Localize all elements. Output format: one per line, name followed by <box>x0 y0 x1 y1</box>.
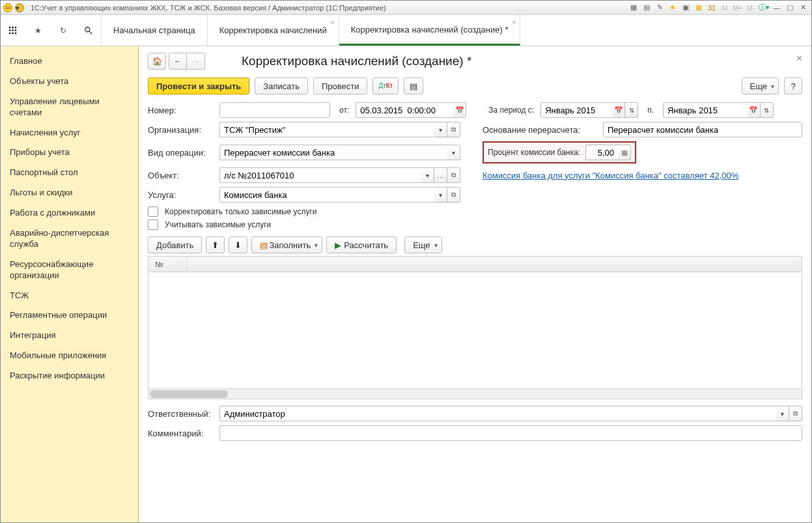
dropdown-icon[interactable]: ▾ <box>776 406 789 421</box>
sidebar-item-resources[interactable]: Ресурсоснабжающие организации <box>1 255 138 286</box>
from-label: от: <box>339 106 349 115</box>
table: № <box>148 256 802 399</box>
stepper-icon[interactable]: ⇅ <box>625 102 638 118</box>
dropdown-icon[interactable]: ▾ <box>434 187 447 203</box>
move-up-button[interactable]: ⬆ <box>206 236 225 253</box>
percent-input[interactable] <box>585 145 618 160</box>
dropdown-icon[interactable]: ▾ <box>421 167 434 183</box>
open-icon[interactable]: ⧉ <box>447 187 460 203</box>
tb-calendar-icon[interactable]: 31 <box>706 3 718 13</box>
tb-tool-3[interactable]: ✎ <box>654 3 665 13</box>
account-dep-checkbox[interactable] <box>148 219 158 230</box>
sidebar-item-mobile[interactable]: Мобильные приложения <box>1 346 138 366</box>
calculate-button[interactable]: ▶Рассчитать <box>326 236 397 253</box>
period-to-input[interactable] <box>663 102 748 118</box>
dropdown-icon[interactable]: ▾ <box>15 3 24 12</box>
correct-dep-checkbox[interactable] <box>148 206 158 217</box>
star-icon[interactable]: ★ <box>32 24 45 37</box>
more-button[interactable]: Еще <box>742 78 779 94</box>
back-button[interactable]: ← <box>169 53 187 70</box>
sidebar-item-disclosure[interactable]: Раскрытие информации <box>1 366 138 386</box>
move-down-button[interactable]: ⬇ <box>229 236 247 253</box>
col-number[interactable]: № <box>148 257 188 272</box>
post-button[interactable]: Провести <box>313 78 368 94</box>
post-and-close-button[interactable]: Провести и закрыть <box>148 78 249 94</box>
dropdown-icon[interactable]: ▾ <box>434 122 447 137</box>
sidebar-item-passport[interactable]: Паспортный стол <box>1 163 138 183</box>
responsible-label: Ответственный: <box>148 409 213 419</box>
sidebar-item-accounts[interactable]: Управление лицевыми счетами <box>1 92 138 123</box>
org-input[interactable] <box>219 122 434 137</box>
sidebar-item-objects[interactable]: Объекты учета <box>1 72 138 92</box>
tb-tool-1[interactable]: ▦ <box>628 3 639 13</box>
calendar-icon[interactable]: 📅 <box>612 102 625 118</box>
org-label: Организация: <box>148 125 213 135</box>
fill-button[interactable]: ▤Заполнить <box>251 236 322 253</box>
sidebar-item-tsj[interactable]: ТСЖ <box>1 286 138 306</box>
svg-rect-6 <box>9 32 11 34</box>
topbar: ★ ↻ Начальная страница Корректировка нач… <box>1 15 811 46</box>
maximize-button[interactable]: ▢ <box>784 3 796 13</box>
comment-input[interactable] <box>219 425 802 441</box>
apps-icon[interactable] <box>7 24 20 37</box>
sidebar-item-main[interactable]: Главное <box>1 51 138 72</box>
ellipsis-icon[interactable]: … <box>434 167 447 183</box>
table-more-button[interactable]: Еще <box>404 236 441 253</box>
stepper-icon[interactable]: ⇅ <box>761 102 774 118</box>
tb-tool-2[interactable]: ▤ <box>641 3 652 13</box>
tb-star-icon[interactable]: ★ <box>667 3 679 13</box>
date-input[interactable] <box>356 102 453 118</box>
commission-link[interactable]: Комиссия банка для услуги "Комиссия банк… <box>483 171 738 180</box>
sidebar-item-emergency[interactable]: Аварийно-диспетчерская служба <box>1 223 138 255</box>
tab-close-icon[interactable]: × <box>331 19 335 26</box>
table-body[interactable] <box>148 272 802 388</box>
write-button[interactable]: Записать <box>255 78 308 94</box>
search-icon[interactable] <box>82 24 95 37</box>
tab-home[interactable]: Начальная страница <box>102 15 208 46</box>
tab-close-icon[interactable]: × <box>512 19 516 26</box>
open-icon[interactable]: ⧉ <box>789 406 802 421</box>
forward-button[interactable]: → <box>187 53 205 70</box>
tb-calc-icon[interactable]: ▦ <box>693 3 705 13</box>
tab-correction[interactable]: Корректировка начислений× <box>208 15 339 46</box>
sidebar-item-routine[interactable]: Регламентные операции <box>1 305 138 326</box>
tb-mplus[interactable]: M+ <box>732 3 744 13</box>
percent-highlight: Процент комиссии банка: ▦ <box>483 141 636 163</box>
sidebar-item-integration[interactable]: Интеграция <box>1 326 138 346</box>
tb-mminus[interactable]: M- <box>745 3 757 13</box>
calendar-icon[interactable]: 📅 <box>748 102 761 118</box>
optype-input[interactable] <box>219 145 447 160</box>
calc-icon[interactable]: ▦ <box>618 145 631 160</box>
responsible-input[interactable] <box>219 406 776 421</box>
svg-rect-5 <box>15 29 17 31</box>
calendar-icon[interactable]: 📅 <box>453 102 466 118</box>
open-icon[interactable]: ⧉ <box>447 167 460 183</box>
h-scrollbar[interactable] <box>148 388 802 399</box>
close-button[interactable]: ✕ <box>797 3 809 13</box>
svg-rect-2 <box>15 26 17 28</box>
history-icon[interactable]: ↻ <box>57 24 70 37</box>
object-input[interactable] <box>219 167 421 183</box>
add-button[interactable]: Добавить <box>148 236 202 253</box>
basis-input[interactable] <box>603 122 802 137</box>
report-button[interactable]: ▤ <box>404 78 423 94</box>
sidebar-item-charges[interactable]: Начисления услуг <box>1 123 138 143</box>
sidebar-item-meters[interactable]: Приборы учета <box>1 143 138 163</box>
tb-info-icon[interactable]: ⓘ▾ <box>758 3 770 13</box>
page-close-icon[interactable]: × <box>796 53 802 64</box>
sidebar-item-discounts[interactable]: Льготы и скидки <box>1 183 138 203</box>
dtkt-button[interactable]: ДтКт <box>372 78 399 94</box>
tb-tool-5[interactable]: ▣ <box>680 3 692 13</box>
period-from-input[interactable] <box>540 102 612 118</box>
dropdown-icon[interactable]: ▾ <box>447 145 460 160</box>
open-icon[interactable]: ⧉ <box>447 122 460 137</box>
sidebar-item-debtors[interactable]: Работа с должниками <box>1 203 138 223</box>
number-input[interactable] <box>219 102 330 118</box>
minimize-button[interactable]: — <box>771 3 783 13</box>
help-button[interactable]: ? <box>784 78 802 94</box>
home-button[interactable]: 🏠 <box>148 53 166 70</box>
tab-correction-new[interactable]: Корректировка начислений (создание) *× <box>339 15 521 46</box>
service-input[interactable] <box>219 187 434 203</box>
tb-m[interactable]: M <box>719 3 731 13</box>
page-title: Корректировка начислений (создание) * <box>242 54 471 68</box>
